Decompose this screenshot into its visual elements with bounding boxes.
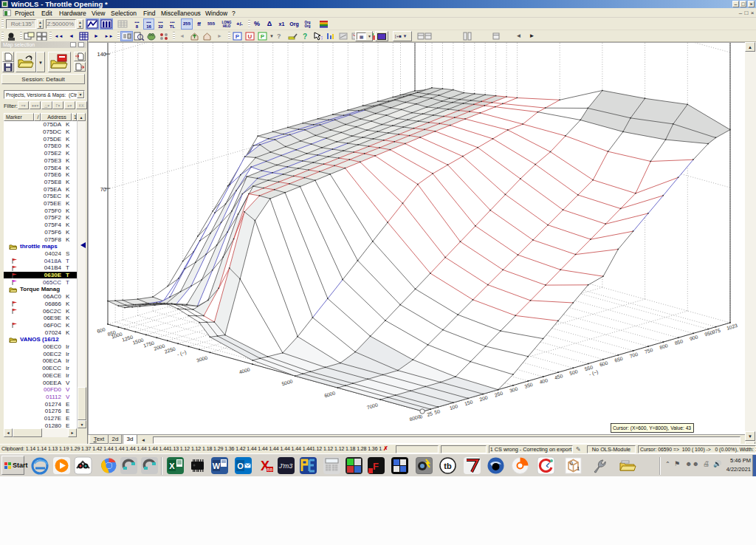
svg-text:2250: 2250	[164, 346, 176, 354]
svg-text:400: 400	[539, 377, 549, 385]
svg-text:200: 200	[479, 394, 489, 402]
svg-text:P: P	[261, 33, 265, 40]
svg-text:350: 350	[524, 382, 534, 389]
svg-text:500: 500	[569, 369, 579, 376]
svg-text:6000: 6000	[323, 390, 336, 398]
svg-text:50: 50	[434, 408, 441, 415]
svg-text:900: 900	[689, 334, 698, 341]
svg-text:?: ?	[320, 35, 323, 41]
svg-text:150: 150	[464, 399, 473, 406]
svg-text:1: 1	[577, 465, 580, 472]
svg-text:X: X	[169, 462, 175, 470]
svg-text:0: 0	[419, 414, 423, 419]
svg-text:O: O	[237, 462, 244, 470]
svg-text:3000: 3000	[196, 354, 208, 363]
svg-text:Cursor: (X=600, Y=8000), Value: Cursor: (X=600, Y=8000), Value: 43	[613, 425, 691, 431]
svg-text:250: 250	[494, 391, 504, 398]
svg-text:J'm3: J'm3	[278, 462, 293, 470]
svg-text:4000: 4000	[238, 366, 251, 374]
svg-text:tb: tb	[444, 462, 452, 470]
svg-text:650: 650	[614, 356, 624, 363]
svg-text:975: 975	[712, 327, 721, 335]
svg-text:100: 100	[449, 403, 458, 411]
svg-text:70: 70	[100, 186, 106, 193]
svg-text:700: 700	[629, 352, 639, 359]
svg-text:F: F	[373, 461, 379, 472]
svg-text:25: 25	[426, 411, 433, 417]
svg-text:5000: 5000	[281, 378, 294, 386]
svg-text:0: 0	[570, 461, 573, 466]
svg-text:850: 850	[674, 338, 684, 346]
svg-text:800: 800	[659, 343, 669, 350]
svg-text:7000: 7000	[366, 402, 379, 410]
svg-text:750: 750	[644, 347, 653, 354]
svg-text:600: 600	[96, 326, 106, 334]
svg-text:P: P	[236, 33, 240, 40]
svg-text:W: W	[213, 462, 221, 470]
svg-text:- (~): - (~)	[176, 349, 187, 357]
svg-text:?: ?	[303, 32, 307, 41]
svg-text:U: U	[248, 33, 252, 40]
svg-text:BB: BB	[267, 467, 272, 472]
svg-text:600: 600	[599, 360, 608, 367]
svg-text:300: 300	[509, 386, 518, 394]
svg-text:450: 450	[554, 373, 563, 380]
